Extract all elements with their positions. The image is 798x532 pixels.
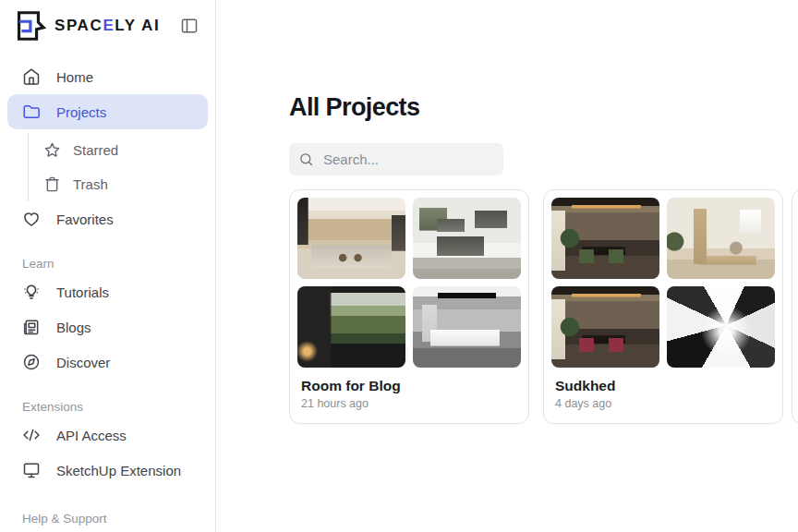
sidebar-item-label: Tutorials (56, 284, 109, 300)
spacely-logo-icon (11, 8, 46, 43)
brand-text-pre: SPAC (54, 17, 103, 34)
folder-icon (22, 103, 41, 121)
project-card-partial[interactable] (792, 189, 798, 424)
sidebar-item-label: Home (56, 69, 93, 85)
brand-title: SPACELY AI (54, 17, 160, 35)
search-input[interactable] (321, 151, 494, 168)
sidebar-item-blogs[interactable]: Blogs (7, 309, 208, 345)
project-search[interactable] (289, 143, 503, 175)
panel-left-icon (180, 17, 199, 35)
help-support-label[interactable]: Help & Support (7, 512, 208, 526)
page-title: All Projects (289, 94, 798, 120)
project-timestamp: 4 days ago (555, 397, 771, 410)
heart-icon (22, 210, 41, 228)
sidebar-nav: Home Projects Starred Trash (0, 52, 215, 526)
project-name: Room for Blog (301, 378, 517, 394)
project-thumbnail (297, 286, 405, 368)
section-label-learn: Learn (7, 257, 208, 271)
sidebar-item-favorites[interactable]: Favorites (7, 201, 208, 236)
project-card-room-for-blog[interactable]: Room for Blog 21 hours ago (289, 189, 529, 424)
project-thumbnail (551, 286, 659, 368)
sidebar: SPACELY AI Home Projects Starr (0, 0, 216, 532)
sidebar-item-tutorials[interactable]: Tutorials (7, 274, 208, 309)
project-thumbnail (413, 286, 521, 368)
project-thumbnail (297, 198, 405, 279)
star-icon (43, 141, 61, 159)
project-timestamp: 21 hours ago (301, 397, 517, 410)
sidebar-item-label: API Access (56, 428, 127, 443)
sidebar-item-label: Discover (56, 355, 110, 370)
sidebar-item-label: Blogs (56, 320, 91, 335)
project-name: Sudkhed (555, 378, 771, 394)
search-icon (298, 151, 314, 167)
projects-sub-group: Starred Trash (28, 133, 208, 201)
compass-icon (22, 353, 41, 371)
sidebar-item-label: Projects (56, 104, 106, 120)
project-thumbnail (551, 198, 659, 279)
sidebar-item-starred[interactable]: Starred (36, 133, 208, 167)
sidebar-collapse-button[interactable] (178, 15, 200, 37)
project-card-sudkhed[interactable]: Sudkhed 4 days ago (543, 189, 783, 424)
section-label-extensions: Extensions (7, 400, 208, 414)
sidebar-header: SPACELY AI (0, 0, 215, 52)
sidebar-item-projects[interactable]: Projects (7, 94, 208, 129)
sidebar-item-api-access[interactable]: API Access (7, 417, 208, 453)
project-thumbnail (667, 286, 775, 368)
lightbulb-icon (22, 283, 41, 301)
sidebar-item-label: Trash (73, 176, 108, 192)
sidebar-item-home[interactable]: Home (7, 59, 208, 94)
code-icon (22, 426, 41, 444)
newspaper-icon (22, 318, 41, 336)
thumbnail-grid (551, 198, 775, 368)
sidebar-item-discover[interactable]: Discover (7, 345, 208, 380)
monitor-icon (22, 461, 41, 479)
home-icon (22, 67, 41, 86)
trash-icon (43, 175, 61, 193)
sidebar-item-label: Favorites (56, 212, 114, 227)
main-content: All Projects Room for Blog 21 hours ago (216, 0, 798, 532)
project-card-list: Room for Blog 21 hours ago Sudkhed 4 day… (289, 189, 798, 424)
thumbnail-grid (297, 198, 521, 368)
sidebar-item-trash[interactable]: Trash (36, 167, 208, 201)
project-thumbnail (667, 198, 775, 279)
brand-text-post: LY AI (115, 17, 160, 34)
sidebar-item-sketchup-extension[interactable]: SketchUp Extension (7, 453, 208, 488)
sidebar-item-label: Starred (73, 142, 118, 158)
project-thumbnail (413, 198, 521, 279)
brand-stylized-e: E (103, 17, 115, 34)
sidebar-item-label: SketchUp Extension (56, 463, 181, 478)
